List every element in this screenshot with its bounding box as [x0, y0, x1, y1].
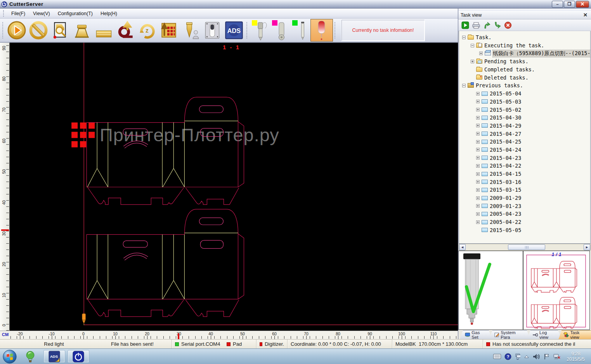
tree-item-date[interactable]: 2015-04-24 [459, 146, 590, 154]
expand-icon[interactable] [476, 92, 480, 95]
display-switch-tray-icon[interactable] [515, 354, 520, 360]
tree-item-date[interactable]: 2015-04-25 [459, 138, 590, 146]
tree-item-completed[interactable]: Completed tasks. [459, 66, 590, 74]
expand-icon[interactable] [476, 212, 480, 216]
expand-icon[interactable] [476, 108, 480, 111]
comb-button[interactable] [93, 19, 114, 42]
grid-button[interactable] [158, 19, 180, 42]
tree-item-date[interactable]: 2015-03-16 [459, 178, 590, 186]
tree-item-deleted[interactable]: Deleted tasks. [459, 73, 590, 81]
tree-item-date[interactable]: 2015-04-15 [459, 170, 590, 178]
tree-item-date[interactable]: 2015-04-29 [459, 122, 590, 130]
tab-task-view[interactable]: Task view [558, 330, 591, 339]
switch-button[interactable] [201, 19, 223, 42]
task-print-button[interactable] [472, 21, 480, 29]
ads-button[interactable]: ADS [223, 19, 245, 42]
scroll-right-icon[interactable]: ► [584, 244, 590, 250]
expand-icon[interactable] [476, 172, 480, 176]
scroll-left-icon[interactable]: ◄ [459, 244, 466, 250]
restore-button[interactable]: ❐ [564, 1, 575, 8]
expand-icon[interactable] [476, 132, 480, 135]
tree-item-date[interactable]: 2015-05-05 [459, 226, 590, 234]
play-button[interactable] [6, 19, 28, 42]
expand-icon[interactable] [479, 52, 483, 55]
menu-item[interactable]: Configuration(T) [54, 10, 97, 17]
expand-icon[interactable] [476, 220, 480, 224]
tree-item-task-root[interactable]: Task. [459, 33, 590, 42]
expand-icon[interactable] [476, 204, 480, 208]
taskbar-ads-button[interactable]: ADS [43, 350, 65, 363]
tree-item-date[interactable]: 2015-04-22 [459, 162, 590, 170]
taskbar-cutterserver-button[interactable] [68, 350, 89, 363]
pen-tool-yellow[interactable] [250, 19, 270, 42]
expand-icon[interactable] [476, 124, 480, 127]
tree-item-pending[interactable]: Pending tasks. [459, 57, 590, 66]
task-cancel-button[interactable] [504, 21, 512, 29]
active-pen-tool[interactable] [310, 19, 333, 42]
menu-item[interactable]: View(V) [29, 10, 54, 17]
help-tray-icon[interactable]: ? [504, 353, 511, 360]
expand-icon[interactable] [476, 148, 480, 151]
menu-item[interactable]: Help(H) [97, 10, 121, 17]
collapse-icon[interactable] [471, 44, 474, 47]
collapse-icon[interactable] [462, 84, 466, 87]
expand-icon[interactable] [476, 116, 480, 120]
folder-pending-icon [476, 59, 482, 64]
task-moveup-button[interactable] [483, 21, 491, 29]
tree-item-date[interactable]: 2015-05-04 [459, 90, 590, 98]
expand-icon[interactable] [476, 140, 480, 144]
menu-grip [3, 10, 5, 17]
action-center-flag-icon[interactable] [544, 354, 550, 360]
tree-item-date[interactable]: 2015-04-30 [459, 114, 590, 122]
expand-icon[interactable] [471, 60, 474, 63]
tree-horizontal-scrollbar[interactable]: ◄ ► [459, 244, 591, 251]
stop-button[interactable] [28, 19, 49, 42]
taskbar-coreldraw-button[interactable] [19, 350, 41, 363]
minimize-button[interactable]: – [552, 1, 563, 8]
expand-icon[interactable] [476, 188, 480, 192]
h-ruler-label: 70 [304, 331, 308, 336]
expand-icon[interactable] [476, 156, 480, 159]
volume-tray-icon[interactable] [533, 354, 540, 360]
expand-icon[interactable] [476, 164, 480, 168]
tab-log-view[interactable]: Log view [527, 330, 561, 339]
task-movedown-button[interactable] [494, 21, 501, 29]
tree-item-executing-task[interactable]: 纸袋白卡（595X889)原点切割--(2015- [459, 49, 590, 57]
tree-item-date[interactable]: 2005-04-22 [459, 218, 590, 226]
tree-item-date[interactable]: 2009-01-29 [459, 194, 590, 202]
tree-item-date[interactable]: 2015-05-02 [459, 106, 590, 114]
tree-item-date[interactable]: 2009-01-23 [459, 202, 590, 210]
zoom-button[interactable] [49, 19, 71, 42]
panel-close-icon[interactable]: ✕ [582, 12, 589, 18]
tab-gas-set[interactable]: Gas Set [460, 330, 492, 339]
tree-item-executing[interactable]: Executing the task. [459, 42, 590, 50]
collapse-icon[interactable] [462, 36, 466, 39]
menu-item[interactable]: File(F) [7, 10, 29, 17]
start-button[interactable] [2, 349, 17, 364]
task-start-button[interactable] [461, 21, 469, 29]
network-error-tray-icon[interactable]: ✕ [553, 354, 561, 360]
tab-system-para[interactable]: System Para [489, 330, 530, 339]
origin-button[interactable] [114, 19, 136, 42]
drawing-canvas[interactable]: Принтер-Плоттер.ру 1 - 1 [10, 43, 458, 331]
rotate-button[interactable]: z [136, 19, 158, 42]
scrollbar-thumb[interactable] [508, 244, 545, 250]
feed-button[interactable] [71, 19, 93, 42]
tree-item-date[interactable]: 2015-04-23 [459, 154, 590, 162]
pen-tool-magenta[interactable] [270, 19, 290, 42]
tree-item-date[interactable]: 2005-04-23 [459, 210, 590, 218]
expand-icon[interactable] [476, 100, 480, 103]
expand-icon[interactable] [476, 180, 480, 184]
tree-item-date[interactable]: 2015-04-27 [459, 130, 590, 138]
tree-item-date[interactable]: 2015-03-15 [459, 186, 590, 194]
tree-item-previous[interactable]: Previous tasks. [459, 81, 590, 90]
pen-tool-green[interactable] [290, 19, 310, 42]
h-ruler-label: -10 [49, 331, 54, 336]
close-button[interactable]: ✕ [576, 1, 589, 8]
show-hidden-icons-arrow[interactable] [524, 355, 529, 359]
plumb-button[interactable] [180, 19, 201, 42]
expand-icon[interactable] [476, 196, 480, 200]
tree-item-date[interactable]: 2015-05-03 [459, 98, 590, 106]
keyboard-tray-icon[interactable] [493, 354, 501, 359]
taskbar-clock[interactable]: 9:28 2015/5/5 [564, 351, 587, 362]
